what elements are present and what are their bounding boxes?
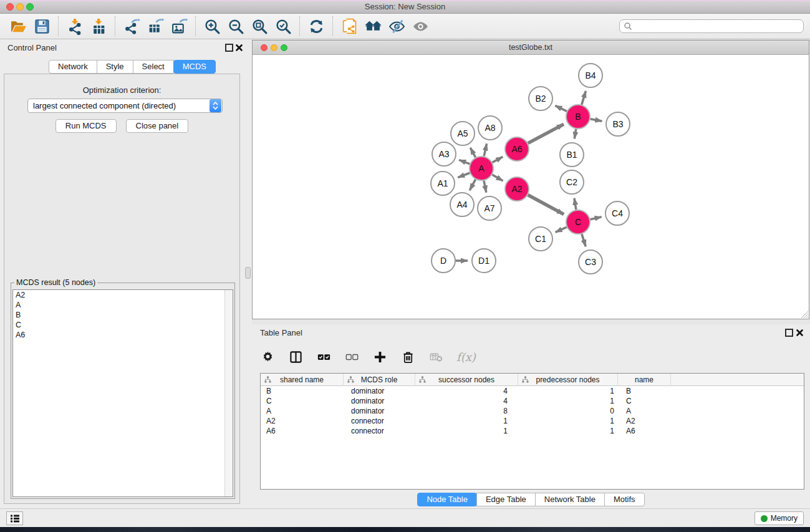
graph-edge-A-A8[interactable] xyxy=(484,143,486,156)
mcds-result-item[interactable]: C xyxy=(13,320,233,330)
import-network-icon[interactable] xyxy=(63,15,87,37)
graph-edge-C-C1[interactable] xyxy=(556,227,567,232)
network-maximize-button[interactable] xyxy=(281,44,287,51)
table-row[interactable]: Bdominator41B xyxy=(261,386,804,396)
control-panel-header: Control Panel xyxy=(0,39,244,56)
graph-node-label: C xyxy=(575,217,581,227)
list-icon xyxy=(10,514,20,523)
table-row[interactable]: Cdominator41C xyxy=(261,396,804,406)
hide-graphics-details-icon[interactable] xyxy=(385,15,408,37)
task-history-button[interactable] xyxy=(6,511,23,525)
tab-network[interactable]: Network xyxy=(49,60,97,74)
maximize-window-button[interactable] xyxy=(26,3,34,11)
import-table-icon[interactable] xyxy=(87,15,110,37)
show-graphics-details-icon[interactable] xyxy=(408,15,432,37)
zoom-selected-icon[interactable] xyxy=(271,15,295,37)
table-row[interactable]: Adominator80A xyxy=(261,406,804,416)
run-mcds-button[interactable]: Run MCDS xyxy=(55,119,117,133)
float-table-panel-icon[interactable] xyxy=(785,329,793,337)
delete-table-icon[interactable] xyxy=(428,349,443,364)
graph-node-label: C2 xyxy=(566,177,577,187)
column-header-predecessor-nodes[interactable]: predecessor nodes xyxy=(518,374,618,386)
column-header-successor-nodes[interactable]: successor nodes xyxy=(415,374,518,386)
tab-mcds[interactable]: MCDS xyxy=(173,60,216,74)
table-options-gear-icon[interactable] xyxy=(260,349,275,364)
graph-edge-A2-C[interactable] xyxy=(528,195,564,215)
graph-edge-A-A1[interactable] xyxy=(458,173,470,177)
graph-edge-B-B3[interactable] xyxy=(591,119,602,122)
network-minimize-button[interactable] xyxy=(271,44,277,51)
show-column-icon[interactable] xyxy=(288,349,303,364)
graph-edge-A-A6[interactable] xyxy=(493,157,503,162)
graph-edge-A-A3[interactable] xyxy=(459,160,470,164)
table-row[interactable]: A2connector11A2 xyxy=(261,416,804,426)
column-header-name[interactable]: name xyxy=(618,374,671,386)
tab-edge-table[interactable]: Edge Table xyxy=(476,493,536,506)
graph-node-label: D1 xyxy=(478,256,489,266)
graph-node-label: A6 xyxy=(511,144,522,154)
mcds-result-item[interactable]: A2 xyxy=(13,290,233,300)
tab-network-table[interactable]: Network Table xyxy=(535,493,605,506)
tab-node-table[interactable]: Node Table xyxy=(417,493,477,506)
network-canvas[interactable]: B4B2BB3A8A5A6A3B1AC2A1A2A4A7C4CC1DD1C3 xyxy=(253,55,809,319)
graph-node-label: A2 xyxy=(511,184,522,194)
export-image-icon[interactable] xyxy=(167,15,191,37)
tab-select[interactable]: Select xyxy=(133,60,174,74)
zoom-fit-icon[interactable] xyxy=(248,15,271,37)
window-resize-grip[interactable] xyxy=(800,310,808,318)
graph-edge-C-C4[interactable] xyxy=(591,217,602,220)
unselect-all-columns-icon[interactable] xyxy=(344,349,359,364)
function-builder-icon[interactable]: f(x) xyxy=(456,351,476,364)
export-network-icon[interactable] xyxy=(120,15,143,37)
graph-edge-A-A2[interactable] xyxy=(492,175,503,181)
graph-node-label: C1 xyxy=(535,234,546,244)
graph-edge-B-B1[interactable] xyxy=(574,129,576,139)
window-title: Session: New Session xyxy=(0,0,810,14)
delete-column-icon[interactable] xyxy=(400,349,415,364)
graph-edge-A-A4[interactable] xyxy=(470,180,475,190)
tab-motifs[interactable]: Motifs xyxy=(604,493,645,506)
graph-edge-C-C2[interactable] xyxy=(574,198,576,210)
apply-layout-refresh-icon[interactable] xyxy=(304,15,328,37)
graph-edge-C-C3[interactable] xyxy=(582,234,586,246)
graph-edge-A-A7[interactable] xyxy=(484,181,486,193)
minimize-window-button[interactable] xyxy=(16,3,24,11)
search-input[interactable] xyxy=(632,21,803,32)
mcds-result-group-title: MCDS result (5 nodes) xyxy=(14,278,97,287)
tab-style[interactable]: Style xyxy=(97,60,133,74)
network-from-selection-icon[interactable] xyxy=(337,15,361,37)
node-table: shared nameMCDS rolesuccessor nodesprede… xyxy=(260,373,804,490)
vertical-split-grip[interactable] xyxy=(245,267,251,279)
float-panel-icon[interactable] xyxy=(225,44,233,52)
network-close-button[interactable] xyxy=(261,44,268,51)
mcds-result-item[interactable]: A xyxy=(13,300,233,310)
graph-edge-A-A5[interactable] xyxy=(470,148,475,157)
export-table-icon[interactable] xyxy=(143,15,167,37)
close-panel-icon[interactable] xyxy=(235,44,243,52)
zoom-in-icon[interactable] xyxy=(200,15,224,37)
mcds-result-list: A2ABCA6 xyxy=(12,289,233,497)
zoom-out-icon[interactable] xyxy=(224,15,248,37)
criterion-dropdown[interactable]: largest connected component (directed) xyxy=(27,99,223,113)
close-window-button[interactable] xyxy=(6,3,14,11)
column-header-MCDS-role[interactable]: MCDS role xyxy=(344,374,415,386)
close-panel-button[interactable]: Close panel xyxy=(126,119,189,133)
column-header-shared-name[interactable]: shared name xyxy=(261,374,344,386)
save-session-icon[interactable] xyxy=(30,15,54,37)
table-cell: 1 xyxy=(415,416,518,426)
network-window-title: testGlobe.txt xyxy=(253,41,809,55)
mcds-result-item[interactable]: A6 xyxy=(13,330,233,340)
select-all-columns-icon[interactable] xyxy=(316,349,331,364)
close-table-panel-icon[interactable] xyxy=(796,329,804,337)
graph-edge-A6-B[interactable] xyxy=(528,124,564,143)
graph-edge-B-B4[interactable] xyxy=(582,91,586,105)
list-scrollbar[interactable] xyxy=(224,290,233,496)
mcds-result-item[interactable]: B xyxy=(13,310,233,320)
graph-edge-B-B2[interactable] xyxy=(555,105,567,111)
table-row[interactable]: A6connector11A6 xyxy=(261,426,804,436)
home-icon[interactable] xyxy=(361,15,385,37)
add-column-icon[interactable] xyxy=(372,349,387,364)
memory-button[interactable]: Memory xyxy=(755,511,804,525)
mcds-tab-content: Optimization criterion: largest connecte… xyxy=(4,74,240,504)
open-file-icon[interactable] xyxy=(6,15,30,37)
